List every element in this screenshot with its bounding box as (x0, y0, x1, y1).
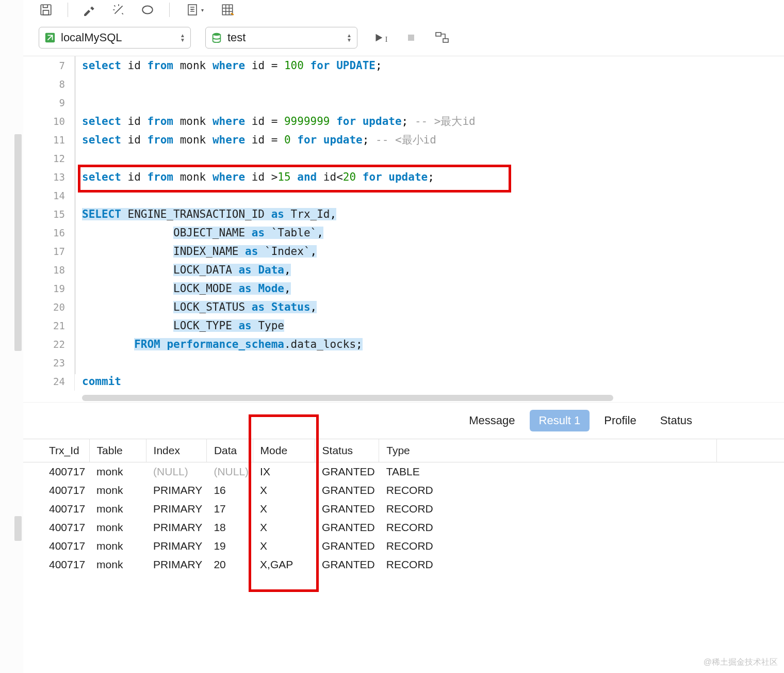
col-index[interactable]: Index (146, 439, 206, 462)
table-row[interactable]: 400717monkPRIMARY17XGRANTEDRECORD (23, 500, 784, 518)
code-line-8[interactable] (82, 75, 784, 93)
magic-icon[interactable] (111, 3, 126, 17)
cell: GRANTED (315, 500, 379, 518)
col-mode[interactable]: Mode (253, 439, 315, 462)
table-row[interactable]: 400717monkPRIMARY16XGRANTEDRECORD (23, 481, 784, 500)
cell: GRANTED (315, 555, 379, 574)
connection-select[interactable]: localMySQL ▲▼ (39, 27, 191, 49)
editor-hscroll[interactable] (82, 394, 763, 402)
cell: RECORD (379, 500, 717, 518)
tab-result-1[interactable]: Result 1 (530, 410, 590, 431)
code-line-17[interactable]: INDEX_NAME as `Index`, (82, 242, 784, 261)
svg-rect-8 (436, 33, 441, 36)
col-trx_id[interactable]: Trx_Id (23, 439, 89, 462)
cell: 400717 (23, 518, 89, 537)
code-line-10[interactable]: select id from monk where id = 9999999 f… (82, 112, 784, 131)
cell: X (253, 500, 315, 518)
code-line-21[interactable]: LOCK_TYPE as Type (82, 316, 784, 335)
cell: GRANTED (315, 462, 379, 482)
run-button[interactable]: I (372, 30, 388, 45)
cell: 19 (206, 537, 253, 555)
line-gutter: 789101112131415161718192021222324 (23, 56, 75, 391)
cell: 16 (206, 481, 253, 500)
cell: RECORD (379, 537, 717, 555)
code-line-18[interactable]: LOCK_DATA as Data, (82, 261, 784, 279)
explain-plan-button[interactable] (434, 30, 450, 45)
left-scrollbar[interactable] (0, 0, 23, 673)
line-number: 11 (23, 131, 65, 149)
conn-icon (44, 32, 56, 43)
cell: GRANTED (315, 481, 379, 500)
cell: X (253, 518, 315, 537)
newdoc-icon[interactable]: ▾ (184, 3, 206, 17)
results-grid[interactable]: Trx_IdTableIndexDataModeStatusType400717… (23, 439, 784, 574)
cell: PRIMARY (146, 481, 206, 500)
line-number: 8 (23, 75, 65, 93)
col-status[interactable]: Status (315, 439, 379, 462)
tab-message[interactable]: Message (460, 410, 524, 431)
line-number: 21 (23, 316, 65, 335)
line-number: 20 (23, 298, 65, 316)
cell: PRIMARY (146, 518, 206, 537)
col-table[interactable]: Table (89, 439, 146, 462)
database-name: test (227, 31, 341, 44)
cell: (NULL) (146, 462, 206, 482)
table-row[interactable]: 400717monk(NULL)(NULL)IXGRANTEDTABLE (23, 462, 784, 482)
code-line-20[interactable]: LOCK_STATUS as Status, (82, 298, 784, 316)
chevron-updown-icon: ▲▼ (347, 33, 352, 42)
cell: monk (89, 500, 146, 518)
tab-status[interactable]: Status (651, 410, 701, 431)
line-number: 18 (23, 261, 65, 279)
table-row[interactable]: 400717monkPRIMARY18XGRANTEDRECORD (23, 518, 784, 537)
sql-editor[interactable]: 789101112131415161718192021222324 select… (23, 56, 784, 402)
loop-icon[interactable] (140, 3, 155, 17)
database-select[interactable]: test ▲▼ (205, 27, 357, 49)
code-line-9[interactable] (82, 93, 784, 112)
line-number: 9 (23, 93, 65, 112)
code-line-11[interactable]: select id from monk where id = 0 for upd… (82, 131, 784, 149)
code-line-7[interactable]: select id from monk where id = 100 for U… (82, 56, 784, 75)
cell: PRIMARY (146, 537, 206, 555)
connection-name: localMySQL (61, 31, 175, 44)
col-type[interactable]: Type (379, 439, 717, 462)
table-row[interactable]: 400717monkPRIMARY19XGRANTEDRECORD (23, 537, 784, 555)
line-number: 19 (23, 279, 65, 298)
code-line-13[interactable]: select id from monk where id >15 and id<… (82, 168, 784, 186)
cell: RECORD (379, 555, 717, 574)
svg-point-6 (213, 33, 221, 36)
cell: monk (89, 481, 146, 500)
svg-rect-9 (443, 39, 448, 42)
code-line-15[interactable]: SELECT ENGINE_TRANSACTION_ID as Trx_Id, (82, 205, 784, 223)
table-row[interactable]: 400717monkPRIMARY20X,GAPGRANTEDRECORD (23, 555, 784, 574)
cell: TABLE (379, 462, 717, 482)
cell: X (253, 537, 315, 555)
code-line-16[interactable]: OBJECT_NAME as `Table`, (82, 223, 784, 242)
code-line-19[interactable]: LOCK_MODE as Mode, (82, 279, 784, 298)
code-line-14[interactable] (82, 186, 784, 205)
cell: 20 (206, 555, 253, 574)
svg-rect-7 (408, 35, 414, 41)
cell: GRANTED (315, 537, 379, 555)
line-number: 16 (23, 223, 65, 242)
line-number: 15 (23, 205, 65, 223)
stop-button[interactable] (403, 30, 419, 45)
line-number: 12 (23, 149, 65, 168)
tab-profile[interactable]: Profile (595, 410, 645, 431)
line-number: 7 (23, 56, 65, 75)
cell: 18 (206, 518, 253, 537)
hammer-icon[interactable] (83, 3, 97, 17)
cell: PRIMARY (146, 555, 206, 574)
sheet-icon[interactable] (220, 3, 235, 17)
svg-rect-1 (43, 10, 49, 15)
code-line-23[interactable] (82, 354, 784, 372)
code-line-12[interactable] (82, 149, 784, 168)
col-data[interactable]: Data (206, 439, 253, 462)
cell: IX (253, 462, 315, 482)
save-icon[interactable] (39, 3, 53, 17)
code-area[interactable]: select id from monk where id = 100 for U… (75, 56, 784, 391)
code-line-24[interactable]: commit (82, 372, 784, 391)
db-icon (211, 32, 222, 43)
cell: 400717 (23, 500, 89, 518)
code-line-22[interactable]: FROM performance_schema.data_locks; (82, 335, 784, 354)
cell: PRIMARY (146, 500, 206, 518)
